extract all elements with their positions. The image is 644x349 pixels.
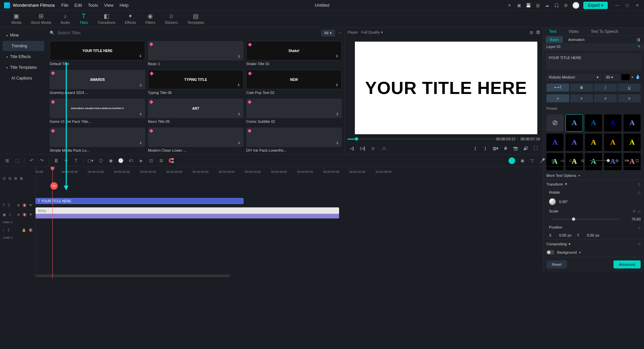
more-icon[interactable]: ⋯ — [338, 31, 342, 35]
media-tab-media[interactable]: ▣Media — [7, 11, 26, 26]
download-icon[interactable]: ⬇ — [139, 141, 144, 146]
cloud-icon[interactable]: ☁ — [544, 3, 550, 8]
sidebar-item-mine[interactable]: ▸Mine — [3, 30, 44, 40]
copy-icon[interactable]: ⧉ — [158, 158, 164, 164]
title-clip[interactable]: TYOUR TITLE HERE — [36, 198, 244, 204]
download-icon[interactable]: ⬇ — [237, 112, 242, 117]
voiceover-icon[interactable]: 🎤 — [539, 158, 545, 164]
inspector-tab-tts[interactable]: Text To Speech — [585, 28, 625, 36]
sidebar-item-title-effects[interactable]: ▸Title Effects — [3, 52, 44, 62]
media-tab-templates[interactable]: ▤Templates — [182, 11, 209, 26]
tl-ctrl-b[interactable]: ⊟ — [8, 176, 11, 181]
eyedropper-icon[interactable]: 💧 — [635, 74, 641, 80]
mark-out-icon[interactable]: } — [482, 145, 488, 151]
search-input[interactable] — [57, 31, 108, 35]
download-icon[interactable]: ⬇ — [139, 83, 144, 88]
play-pause-icon[interactable]: ▷‖ — [360, 145, 366, 151]
fit-icon[interactable]: ⊡ — [634, 158, 640, 164]
cut-marker-icon[interactable]: ✂ — [50, 182, 58, 190]
download-icon[interactable]: ⬇ — [336, 112, 340, 117]
prev-frame-icon[interactable]: ◁| — [349, 145, 355, 151]
preset-2[interactable]: A — [585, 114, 602, 132]
title-card-thumb-5[interactable]: NEW ⬇ — [246, 70, 342, 89]
fullscreen-icon[interactable]: ⛶ — [533, 145, 539, 151]
speed-icon[interactable]: ⬡ — [98, 158, 104, 164]
track-t2-add[interactable]: ⊕ — [17, 203, 20, 207]
close-icon[interactable]: ✕ — [635, 3, 640, 8]
zoom-in-icon[interactable]: ⊕ — [614, 158, 620, 164]
download-icon[interactable]: ⬇ — [237, 83, 242, 88]
undo-icon[interactable]: ↶ — [29, 158, 35, 164]
italic-button[interactable]: I — [594, 84, 617, 92]
align-left-button[interactable]: ≡ — [546, 94, 569, 102]
zoom-out-icon[interactable]: ⊖ — [580, 158, 586, 164]
title-card-thumb-11[interactable]: ⬇ — [246, 128, 342, 147]
play-icon[interactable]: ▷ — [370, 145, 376, 151]
title-card-thumb-1[interactable]: ⬇ — [148, 41, 244, 60]
tag-icon[interactable]: 🏷 — [128, 158, 134, 164]
display-icon[interactable]: 🖥 — [502, 145, 508, 151]
record-icon[interactable]: ◉ — [519, 158, 525, 164]
sidebar-item-trending[interactable]: Trending — [3, 41, 44, 51]
media-tab-filters[interactable]: ◉Filters — [141, 11, 160, 26]
delete-icon[interactable]: 🗑 — [53, 158, 59, 164]
menu-help[interactable]: Help — [119, 3, 128, 8]
zoom-slider[interactable] — [590, 160, 610, 161]
title-card-thumb-7[interactable]: ART ⬇ — [148, 99, 244, 118]
bold-button[interactable]: B — [570, 84, 593, 92]
sidebar-item-ai-captions[interactable]: AI Captions — [3, 73, 44, 83]
list-icon[interactable]: ≡▾ — [624, 158, 630, 164]
align-right-button[interactable]: ≡ — [594, 94, 617, 102]
align-center-button[interactable]: ≡ — [570, 94, 593, 102]
preset-3[interactable]: A — [604, 114, 621, 132]
inspector-tab-video[interactable]: Video — [562, 28, 585, 36]
marker-tool-icon[interactable]: ▽ — [529, 158, 535, 164]
font-size-input[interactable]: 80 ▾ — [603, 74, 620, 81]
render-icon[interactable] — [508, 157, 515, 164]
preset-4[interactable]: A — [624, 114, 641, 132]
picture-icon[interactable]: 🖼 — [536, 30, 540, 35]
title-card-thumb-6[interactable]: DOES MIDAS' GOLDEN TOUCH WORK IN CHAPTER… — [50, 99, 145, 118]
quality-select[interactable]: Full Quality ▾ — [361, 30, 383, 35]
download-icon[interactable]: ⬇ — [335, 54, 340, 59]
title-card-thumb-2[interactable]: Shake! ⬇ — [246, 41, 342, 60]
preset-5[interactable]: A — [546, 134, 564, 151]
timeline-ruler[interactable]: 00:0000:00:05:0000:00:10:0000:00:15:0000… — [36, 167, 644, 176]
color-icon[interactable]: ◉ — [108, 158, 114, 164]
spacing-button[interactable]: ⟷T — [546, 84, 569, 92]
filter-all-button[interactable]: All ▾ — [321, 30, 335, 37]
preset-8[interactable]: A — [604, 134, 621, 151]
canvas-title-text[interactable]: YOUR TITLE HERE — [365, 78, 527, 98]
menu-edit[interactable]: Edit — [74, 3, 82, 8]
keyframe-tool-icon[interactable]: ◈ — [138, 158, 144, 164]
preset-6[interactable]: A — [566, 134, 583, 151]
group-icon[interactable]: ⊡ — [148, 158, 154, 164]
media-tab-stickers[interactable]: ☺Stickers — [160, 11, 182, 26]
title-card-thumb-0[interactable]: YOUR TITLE HERE ⬇ — [50, 41, 145, 60]
crop-icon[interactable]: ◻▾ — [88, 158, 94, 164]
track-a1-lock[interactable]: 🔒 — [22, 228, 26, 232]
clock-icon[interactable]: 🕐 — [118, 158, 124, 164]
edit-layer-icon[interactable]: ✎ — [638, 44, 641, 49]
track-a1-mute[interactable]: 🔇 — [29, 228, 33, 232]
text-tool-icon[interactable]: T — [73, 158, 79, 164]
subtab-basic[interactable]: Basic — [546, 36, 563, 43]
preset-7[interactable]: A — [585, 134, 602, 151]
user-avatar[interactable] — [573, 2, 579, 9]
tl-ctrl-c[interactable]: ⊞ — [14, 176, 17, 181]
title-card-thumb-8[interactable]: ⬇ — [246, 99, 342, 118]
track-v1-add[interactable]: ⊕ — [17, 213, 20, 216]
track-t2-mute[interactable]: 🔇 — [22, 203, 26, 207]
headphones-icon[interactable]: 🎧 — [554, 3, 559, 8]
cut-icon[interactable]: ✂ — [63, 158, 69, 164]
tl-ctrl-d[interactable]: ⊠ — [20, 176, 23, 181]
title-card-thumb-10[interactable]: ⬇ — [148, 128, 244, 147]
tl-pointer-icon[interactable]: ⬚ — [14, 158, 20, 164]
stop-icon[interactable]: □ — [381, 145, 387, 151]
apps-icon[interactable]: ⊞ — [563, 3, 569, 8]
media-tab-transitions[interactable]: ◧Transitions — [93, 11, 120, 26]
underline-button[interactable]: U — [618, 84, 641, 92]
preset-9[interactable]: A — [624, 134, 641, 151]
track-v1-vis[interactable]: 👁 — [29, 213, 33, 216]
export-button[interactable]: Export ▾ — [583, 2, 608, 9]
